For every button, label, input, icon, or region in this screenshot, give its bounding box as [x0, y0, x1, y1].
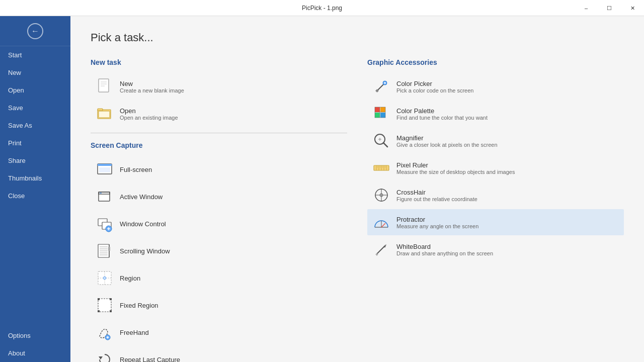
task-region-text: Region — [120, 275, 140, 282]
task-active-window[interactable]: Active Window — [91, 184, 347, 210]
graphic-accessories-section-title: Graphic Accessories — [367, 58, 624, 66]
task-repeat-last-capture-text: Repeat Last Capture — [120, 356, 180, 363]
new-icon — [96, 77, 114, 96]
task-magnifier[interactable]: Magnifier Give a closer look at pixels o… — [367, 128, 624, 154]
task-pixel-ruler-desc: Measure the size of desktop objects and … — [396, 169, 515, 175]
svg-rect-36 — [110, 310, 112, 312]
svg-line-54 — [383, 143, 387, 147]
task-repeat-last-capture[interactable]: Repeat Last Capture — [91, 346, 347, 362]
sidebar-item-open[interactable]: Open — [0, 81, 70, 99]
task-open-name: Open — [120, 107, 178, 115]
sidebar-item-close[interactable]: Close — [0, 187, 70, 205]
svg-rect-25 — [108, 247, 110, 251]
right-column: Graphic Accessories Color Picker — [367, 58, 624, 362]
sidebar-item-print[interactable]: Print — [0, 134, 70, 152]
divider-new-capture — [91, 133, 347, 133]
task-open-desc: Open an existing image — [120, 115, 178, 121]
task-window-control[interactable]: Window Control — [91, 211, 347, 237]
open-icon — [96, 105, 114, 123]
task-whiteboard[interactable]: WhiteBoard Draw and share anything on th… — [367, 236, 624, 262]
task-pixel-ruler[interactable]: Pixel Ruler Measure the size of desktop … — [367, 155, 624, 181]
titlebar: PicPick - 1.png – ☐ ✕ — [0, 0, 644, 16]
scrolling-window-icon — [96, 242, 114, 260]
task-scrolling-window-name: Scrolling Window — [120, 247, 170, 255]
back-button[interactable]: ← — [0, 16, 70, 46]
task-scrolling-window-text: Scrolling Window — [120, 247, 170, 255]
svg-rect-46 — [375, 107, 380, 112]
task-active-window-name: Active Window — [120, 193, 163, 201]
main-layout: ← Start New Open Save Save As Print Shar… — [0, 16, 644, 362]
task-open-text: Open Open an existing image — [120, 107, 178, 121]
sidebar: ← Start New Open Save Save As Print Shar… — [0, 16, 70, 362]
svg-rect-0 — [99, 79, 109, 92]
task-crosshair-text: CrossHair Figure out the relative coordi… — [396, 189, 477, 202]
task-color-picker[interactable]: Color Picker Pick a color code on the sc… — [367, 73, 624, 100]
task-new[interactable]: New Create a new blank image — [91, 73, 347, 100]
repeat-last-capture-icon — [96, 350, 114, 362]
color-palette-icon — [372, 105, 390, 123]
task-open[interactable]: Open Open an existing image — [91, 101, 347, 127]
sidebar-item-new[interactable]: New — [0, 64, 70, 81]
task-region-name: Region — [120, 275, 140, 282]
task-protractor-name: Protractor — [396, 216, 478, 223]
maximize-button[interactable]: ☐ — [598, 0, 621, 16]
protractor-icon — [372, 213, 390, 231]
fixed-region-icon — [96, 296, 114, 314]
task-pixel-ruler-text: Pixel Ruler Measure the size of desktop … — [396, 161, 515, 175]
task-crosshair-desc: Figure out the relative coordinate — [396, 196, 477, 202]
sidebar-item-start[interactable]: Start — [0, 46, 70, 64]
task-color-palette-desc: Find and tune the color that you want — [396, 115, 488, 121]
region-icon — [96, 269, 114, 287]
left-column: New task New Create a new blank image — [91, 58, 347, 362]
task-whiteboard-name: WhiteBoard — [396, 243, 493, 250]
close-window-button[interactable]: ✕ — [621, 0, 644, 16]
sidebar-item-thumbnails[interactable]: Thumbnails — [0, 169, 70, 187]
pixel-ruler-icon — [372, 159, 390, 177]
task-protractor-text: Protractor Measure any angle on the scre… — [396, 216, 478, 229]
svg-rect-9 — [99, 167, 110, 172]
svg-line-74 — [376, 246, 384, 254]
svg-rect-8 — [98, 164, 112, 166]
task-freehand[interactable]: FreeHand — [91, 319, 347, 345]
color-picker-icon — [372, 77, 390, 96]
task-full-screen[interactable]: Full-screen — [91, 156, 347, 183]
crosshair-icon — [372, 186, 390, 204]
task-whiteboard-desc: Draw and share anything on the screen — [396, 250, 493, 256]
svg-rect-32 — [98, 299, 111, 312]
task-scrolling-window[interactable]: Scrolling Window — [91, 238, 347, 264]
task-new-name: New — [120, 80, 184, 87]
sidebar-item-about[interactable]: About — [0, 344, 70, 362]
task-pixel-ruler-name: Pixel Ruler — [396, 161, 515, 169]
task-freehand-name: FreeHand — [120, 329, 149, 336]
page-title: Pick a task... — [91, 31, 624, 44]
task-window-control-name: Window Control — [120, 220, 166, 228]
task-protractor[interactable]: Protractor Measure any angle on the scre… — [367, 209, 624, 235]
svg-marker-40 — [99, 356, 103, 359]
task-whiteboard-text: WhiteBoard Draw and share anything on th… — [396, 243, 493, 256]
task-color-palette-text: Color Palette Find and tune the color th… — [396, 107, 488, 121]
task-color-palette[interactable]: Color Palette Find and tune the color th… — [367, 101, 624, 127]
task-full-screen-text: Full-screen — [120, 166, 152, 173]
svg-rect-33 — [98, 298, 100, 300]
minimize-button[interactable]: – — [575, 0, 598, 16]
task-fixed-region[interactable]: Fixed Region — [91, 292, 347, 318]
active-window-icon — [96, 188, 114, 206]
task-window-control-text: Window Control — [120, 220, 166, 228]
task-magnifier-name: Magnifier — [396, 134, 498, 142]
task-magnifier-text: Magnifier Give a closer look at pixels o… — [396, 134, 498, 148]
sidebar-item-save-as[interactable]: Save As — [0, 117, 70, 134]
task-repeat-last-capture-name: Repeat Last Capture — [120, 356, 180, 363]
task-region[interactable]: Region — [91, 265, 347, 291]
svg-rect-48 — [375, 113, 380, 118]
task-color-palette-name: Color Palette — [396, 107, 488, 115]
sidebar-item-save[interactable]: Save — [0, 99, 70, 117]
task-crosshair[interactable]: CrossHair Figure out the relative coordi… — [367, 182, 624, 208]
svg-rect-34 — [110, 298, 112, 300]
svg-rect-49 — [380, 113, 385, 118]
svg-rect-47 — [380, 107, 385, 112]
sidebar-item-share[interactable]: Share — [0, 152, 70, 169]
sidebar-item-options[interactable]: Options — [0, 327, 70, 344]
new-task-section-title: New task — [91, 58, 347, 66]
task-magnifier-desc: Give a closer look at pixels on the scre… — [396, 142, 498, 148]
task-fixed-region-name: Fixed Region — [120, 302, 158, 309]
